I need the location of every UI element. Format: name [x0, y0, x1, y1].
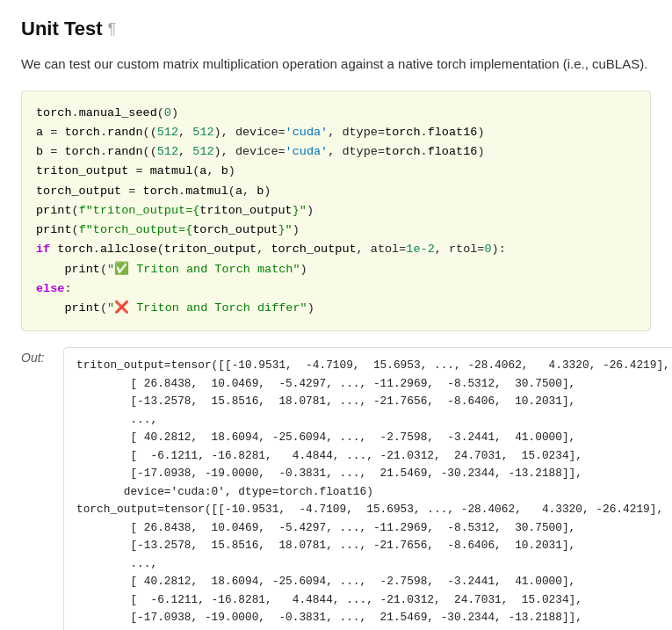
code-block: torch.manual_seed(0) a = torch.randn((51…	[21, 91, 651, 332]
title-text: Unit Test	[21, 18, 102, 40]
output-label: Out:	[21, 347, 53, 365]
output-box: triton_output=tensor([[-10.9531, -4.7109…	[63, 347, 672, 630]
description-text: We can test our custom matrix multiplica…	[21, 54, 651, 75]
page-title: Unit Test ¶	[21, 18, 651, 40]
pilcrow-symbol: ¶	[107, 20, 116, 39]
output-section: Out: triton_output=tensor([[-10.9531, -4…	[21, 347, 651, 630]
